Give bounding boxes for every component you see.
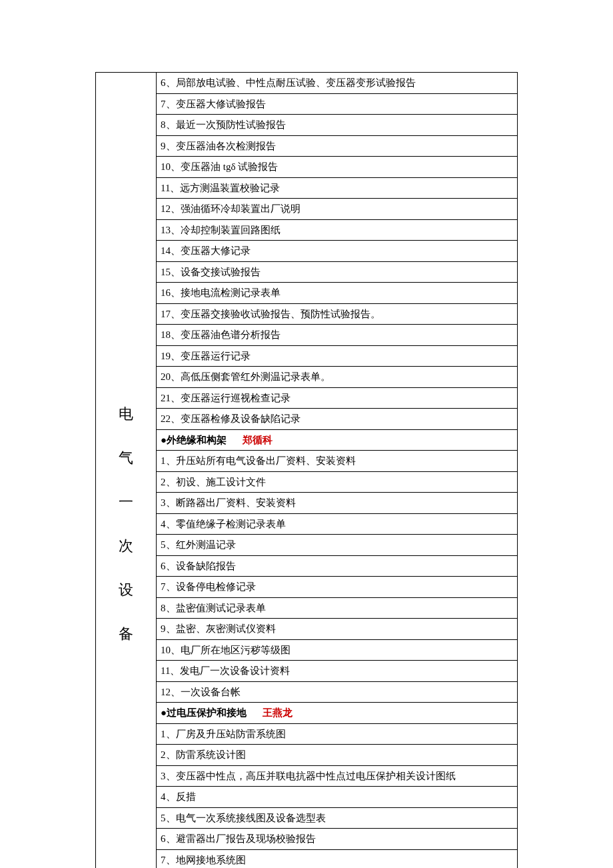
item-text: 17、变压器交接验收试验报告、预防性试验报告。 <box>161 309 380 319</box>
item-text: 13、冷却控制装置回路图纸 <box>161 225 281 235</box>
table-row: 3、变压器中性点，高压并联电抗器中性点过电压保护相关设计图纸 <box>157 765 518 787</box>
category-char: 气 <box>119 449 133 466</box>
item-text: 9、变压器油各次检测报告 <box>161 141 276 151</box>
table-row: 9、盐密、灰密测试仪资料 <box>157 619 518 640</box>
table-row: 16、接地电流检测记录表单 <box>157 283 518 304</box>
item-text: 7、变压器大修试验报告 <box>161 99 266 109</box>
item-text: 4、反措 <box>161 791 196 802</box>
item-text: 2、初设、施工设计文件 <box>161 477 266 487</box>
table-row: 14、变压器大修记录 <box>157 241 518 262</box>
item-text: 14、变压器大修记录 <box>161 245 251 256</box>
item-text: 21、变压器运行巡视检查记录 <box>161 393 291 403</box>
table-row: 5、红外测温记录 <box>157 535 518 556</box>
table-row: 9、变压器油各次检测报告 <box>157 135 518 157</box>
table-row: 18、变压器油色谱分析报告 <box>157 325 518 346</box>
section-header: ●外绝缘和构架郑循科 <box>157 429 518 451</box>
item-text: 4、零值绝缘子检测记录表单 <box>161 519 286 529</box>
item-text: 3、变压器中性点，高压并联电抗器中性点过电压保护相关设计图纸 <box>161 771 456 781</box>
category-char: 次 <box>119 537 133 554</box>
category-cell: 电气一次设备 <box>96 73 157 869</box>
table-row: 11、远方测温装置校验记录 <box>157 177 518 199</box>
table-row: 7、地网接地系统图 <box>157 849 518 868</box>
table-row: 10、变压器油 tgδ 试验报告 <box>157 157 518 178</box>
table-row: 8、盐密值测试记录表单 <box>157 597 518 619</box>
item-text: 2、防雷系统设计图 <box>161 749 246 760</box>
table-row: 12、一次设备台帐 <box>157 681 518 703</box>
item-text: 11、发电厂一次设备设计资料 <box>161 665 290 676</box>
section-title: ●过电压保护和接地 <box>161 707 247 718</box>
item-text: 1、厂房及升压站防雷系统图 <box>161 729 286 739</box>
category-char: 设 <box>119 581 133 598</box>
table-row: 4、反措 <box>157 787 518 808</box>
item-text: 8、最近一次预防性试验报告 <box>161 119 286 130</box>
item-text: 7、地网接地系统图 <box>161 855 246 865</box>
category-char: 电 <box>119 405 133 422</box>
document-table: 电气一次设备6、局部放电试验、中性点耐压试验、变压器变形试验报告7、变压器大修试… <box>95 72 518 868</box>
section-header: ●过电压保护和接地王燕龙 <box>157 703 518 724</box>
item-text: 6、设备缺陷报告 <box>161 561 236 571</box>
table-row: 8、最近一次预防性试验报告 <box>157 115 518 136</box>
item-text: 9、盐密、灰密测试仪资料 <box>161 623 276 634</box>
item-text: 7、设备停电检修记录 <box>161 581 256 592</box>
table-row: 1、升压站所有电气设备出厂资料、安装资料 <box>157 451 518 472</box>
table-row: 3、断路器出厂资料、安装资料 <box>157 493 518 514</box>
document-page: 电气一次设备6、局部放电试验、中性点耐压试验、变压器变形试验报告7、变压器大修试… <box>0 0 613 868</box>
table-row: 2、初设、施工设计文件 <box>157 471 518 493</box>
item-text: 10、变压器油 tgδ 试验报告 <box>161 161 278 172</box>
table-row: 15、设备交接试验报告 <box>157 261 518 283</box>
table-row: 5、电气一次系统接线图及设备选型表 <box>157 807 518 829</box>
item-text: 8、盐密值测试记录表单 <box>161 603 266 613</box>
item-text: 5、电气一次系统接线图及设备选型表 <box>161 813 326 823</box>
category-char: 备 <box>119 625 133 642</box>
table-row: 7、设备停电检修记录 <box>157 577 518 598</box>
table-row: 11、发电厂一次设备设计资料 <box>157 661 518 682</box>
item-text: 6、避雷器出厂报告及现场校验报告 <box>161 833 316 844</box>
section-person: 王燕龙 <box>263 707 293 718</box>
item-text: 16、接地电流检测记录表单 <box>161 287 281 298</box>
table-row: 6、局部放电试验、中性点耐压试验、变压器变形试验报告 <box>157 73 518 94</box>
table-row: 21、变压器运行巡视检查记录 <box>157 387 518 409</box>
item-text: 12、一次设备台帐 <box>161 687 241 697</box>
section-title: ●外绝缘和构架 <box>161 434 227 445</box>
item-text: 1、升压站所有电气设备出厂资料、安装资料 <box>161 455 356 466</box>
item-text: 6、局部放电试验、中性点耐压试验、变压器变形试验报告 <box>161 77 416 88</box>
table-row: 12、强油循环冷却装置出厂说明 <box>157 199 518 220</box>
item-text: 11、远方测温装置校验记录 <box>161 183 280 193</box>
table-row: 10、电厂所在地区污秽等级图 <box>157 639 518 661</box>
table-row: 20、高低压侧套管红外测温记录表单。 <box>157 367 518 388</box>
item-text: 19、变压器运行记录 <box>161 351 251 361</box>
item-text: 10、电厂所在地区污秽等级图 <box>161 645 291 655</box>
item-text: 22、变压器检修及设备缺陷记录 <box>161 413 301 424</box>
item-text: 18、变压器油色谱分析报告 <box>161 329 281 340</box>
table-row: 7、变压器大修试验报告 <box>157 93 518 115</box>
table-row: 17、变压器交接验收试验报告、预防性试验报告。 <box>157 303 518 325</box>
table-row: 6、设备缺陷报告 <box>157 555 518 577</box>
item-text: 3、断路器出厂资料、安装资料 <box>161 497 296 508</box>
item-text: 20、高低压侧套管红外测温记录表单。 <box>161 371 330 382</box>
section-person: 郑循科 <box>243 434 273 445</box>
table-row: 19、变压器运行记录 <box>157 345 518 367</box>
category-char: 一 <box>119 493 133 510</box>
item-text: 15、设备交接试验报告 <box>161 267 261 277</box>
item-text: 5、红外测温记录 <box>161 539 236 550</box>
table-row: 1、厂房及升压站防雷系统图 <box>157 723 518 745</box>
item-text: 12、强油循环冷却装置出厂说明 <box>161 203 301 214</box>
table-row: 2、防雷系统设计图 <box>157 745 518 766</box>
table-row: 13、冷却控制装置回路图纸 <box>157 219 518 241</box>
table-row: 22、变压器检修及设备缺陷记录 <box>157 409 518 430</box>
table-row: 6、避雷器出厂报告及现场校验报告 <box>157 829 518 850</box>
table-row: 4、零值绝缘子检测记录表单 <box>157 513 518 535</box>
